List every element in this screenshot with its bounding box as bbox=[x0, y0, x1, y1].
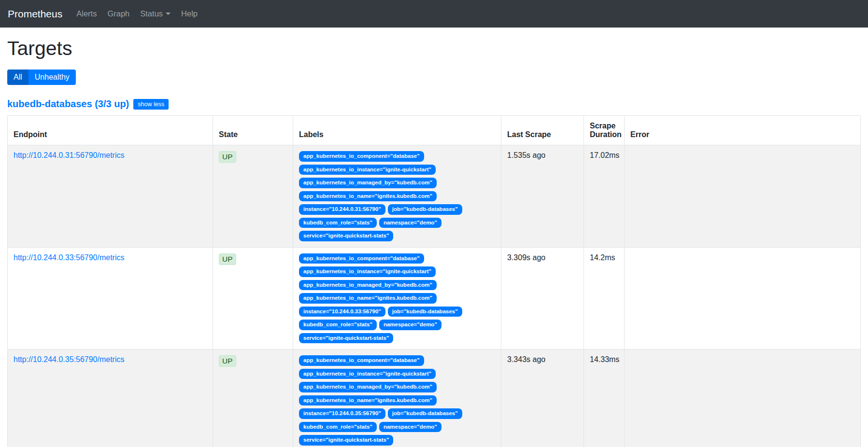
target-label-badge: app_kubernetes_io_managed_by="kubedb.com… bbox=[299, 178, 437, 188]
table-row: http://10.244.0.31:56790/metricsUPapp_ku… bbox=[8, 145, 861, 248]
labels-wrap: app_kubernetes_io_component="database"ap… bbox=[299, 355, 495, 446]
nav-item-alerts[interactable]: Alerts bbox=[71, 5, 102, 22]
target-label-badge: kubedb_com_role="stats" bbox=[299, 218, 377, 228]
labels-cell: app_kubernetes_io_component="database"ap… bbox=[293, 247, 501, 349]
state-cell: UP bbox=[213, 145, 293, 248]
target-label-badge: kubedb_com_role="stats" bbox=[299, 320, 377, 330]
nav-item-graph[interactable]: Graph bbox=[102, 5, 135, 22]
targets-table: Endpoint State Labels Last Scrape Scrape… bbox=[7, 115, 861, 447]
nav-item-graph-label: Graph bbox=[107, 9, 129, 18]
target-label-badge: namespace="demo" bbox=[379, 218, 441, 228]
column-header-endpoint: Endpoint bbox=[8, 116, 213, 145]
chevron-down-icon bbox=[166, 13, 171, 15]
target-label-badge: job="kubedb-databases" bbox=[388, 204, 462, 215]
target-label-badge: app_kubernetes_io_component="database" bbox=[299, 355, 424, 366]
error-cell bbox=[625, 349, 861, 447]
main-content: Targets All Unhealthy kubedb-databases (… bbox=[0, 37, 868, 447]
endpoint-link[interactable]: http://10.244.0.35:56790/metrics bbox=[14, 355, 124, 363]
target-label-badge: app_kubernetes_io_component="database" bbox=[299, 151, 424, 162]
brand-link[interactable]: Prometheus bbox=[8, 8, 62, 20]
table-header-row: Endpoint State Labels Last Scrape Scrape… bbox=[8, 116, 861, 145]
column-header-last-scrape: Last Scrape bbox=[501, 116, 584, 145]
nav-item-status-label: Status bbox=[140, 9, 163, 18]
job-group-header: kubedb-databases (3/3 up) show less bbox=[7, 98, 861, 110]
target-label-badge: instance="10.244.0.33:56790" bbox=[299, 307, 385, 317]
last-scrape-cell: 3.343s ago bbox=[501, 349, 584, 447]
nav-item-help[interactable]: Help bbox=[176, 5, 203, 22]
error-cell bbox=[625, 145, 861, 248]
state-cell: UP bbox=[213, 247, 293, 349]
filter-unhealthy-button[interactable]: Unhealthy bbox=[28, 70, 76, 85]
endpoint-cell: http://10.244.0.33:56790/metrics bbox=[8, 247, 213, 349]
target-label-badge: app_kubernetes_io_managed_by="kubedb.com… bbox=[299, 382, 437, 392]
scrape-duration-cell: 17.02ms bbox=[584, 145, 625, 248]
target-label-badge: app_kubernetes_io_managed_by="kubedb.com… bbox=[299, 280, 437, 291]
scrape-duration-cell: 14.33ms bbox=[584, 349, 625, 447]
target-label-badge: kubedb_com_role="stats" bbox=[299, 422, 377, 433]
column-header-error: Error bbox=[625, 116, 861, 145]
endpoint-cell: http://10.244.0.31:56790/metrics bbox=[8, 145, 213, 248]
labels-cell: app_kubernetes_io_component="database"ap… bbox=[293, 349, 501, 447]
labels-cell: app_kubernetes_io_component="database"ap… bbox=[293, 145, 501, 248]
state-badge: UP bbox=[219, 355, 236, 367]
target-label-badge: app_kubernetes_io_name="ignites.kubedb.c… bbox=[299, 191, 437, 202]
state-badge: UP bbox=[219, 253, 236, 265]
target-label-badge: app_kubernetes_io_component="database" bbox=[299, 253, 424, 264]
target-label-badge: job="kubedb-databases" bbox=[388, 307, 462, 317]
target-label-badge: app_kubernetes_io_instance="ignite-quick… bbox=[299, 266, 436, 277]
navbar: Prometheus Alerts Graph Status Help bbox=[0, 0, 868, 28]
show-less-button[interactable]: show less bbox=[133, 99, 169, 110]
scrape-duration-cell: 14.2ms bbox=[584, 247, 625, 349]
target-label-badge: app_kubernetes_io_name="ignites.kubedb.c… bbox=[299, 395, 437, 406]
labels-wrap: app_kubernetes_io_component="database"ap… bbox=[299, 151, 495, 241]
endpoint-link[interactable]: http://10.244.0.33:56790/metrics bbox=[14, 253, 124, 262]
nav-item-status[interactable]: Status bbox=[135, 5, 176, 22]
endpoint-link[interactable]: http://10.244.0.31:56790/metrics bbox=[14, 151, 124, 159]
job-group-title: kubedb-databases (3/3 up) bbox=[7, 98, 129, 110]
endpoint-cell: http://10.244.0.35:56790/metrics bbox=[8, 349, 213, 447]
table-row: http://10.244.0.35:56790/metricsUPapp_ku… bbox=[8, 349, 861, 447]
nav-item-help-label: Help bbox=[181, 9, 198, 18]
target-label-badge: job="kubedb-databases" bbox=[388, 408, 462, 419]
page-title: Targets bbox=[7, 37, 861, 60]
target-label-badge: app_kubernetes_io_instance="ignite-quick… bbox=[299, 165, 436, 175]
target-label-badge: service="ignite-quickstart-stats" bbox=[299, 231, 393, 241]
target-label-badge: service="ignite-quickstart-stats" bbox=[299, 333, 393, 344]
target-label-badge: app_kubernetes_io_name="ignites.kubedb.c… bbox=[299, 293, 437, 304]
target-filter-group: All Unhealthy bbox=[7, 70, 76, 85]
last-scrape-cell: 1.535s ago bbox=[501, 145, 584, 248]
last-scrape-cell: 3.309s ago bbox=[501, 247, 584, 349]
target-label-badge: instance="10.244.0.31:56790" bbox=[299, 204, 385, 215]
target-label-badge: instance="10.244.0.35:56790" bbox=[299, 408, 385, 419]
filter-all-button[interactable]: All bbox=[7, 70, 28, 85]
target-label-badge: service="ignite-quickstart-stats" bbox=[299, 435, 393, 446]
state-badge: UP bbox=[219, 151, 236, 163]
state-cell: UP bbox=[213, 349, 293, 447]
column-header-labels: Labels bbox=[293, 116, 501, 145]
table-row: http://10.244.0.33:56790/metricsUPapp_ku… bbox=[8, 247, 861, 349]
error-cell bbox=[625, 247, 861, 349]
column-header-scrape-duration: Scrape Duration bbox=[584, 116, 625, 145]
target-label-badge: app_kubernetes_io_instance="ignite-quick… bbox=[299, 369, 436, 379]
nav-item-alerts-label: Alerts bbox=[76, 9, 97, 18]
targets-table-body: http://10.244.0.31:56790/metricsUPapp_ku… bbox=[8, 145, 861, 447]
target-label-badge: namespace="demo" bbox=[379, 320, 441, 330]
target-label-badge: namespace="demo" bbox=[379, 422, 441, 433]
labels-wrap: app_kubernetes_io_component="database"ap… bbox=[299, 253, 495, 344]
column-header-state: State bbox=[213, 116, 293, 145]
